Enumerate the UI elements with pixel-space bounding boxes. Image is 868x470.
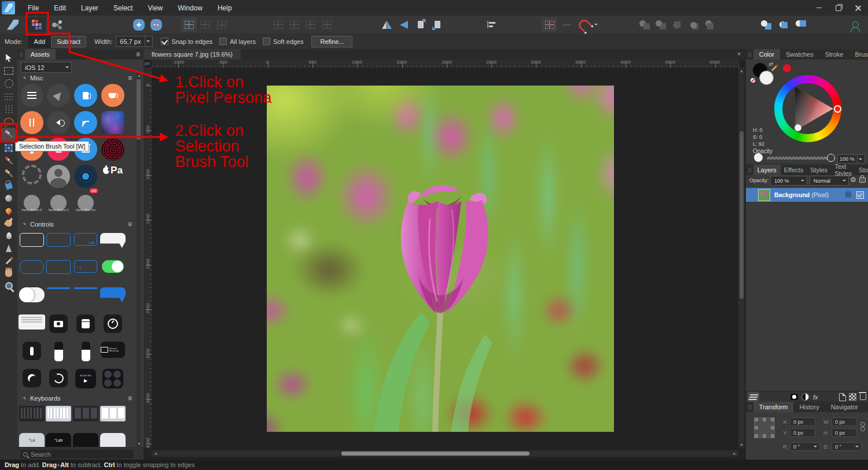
layer-visibility-checkbox[interactable] xyxy=(856,191,864,199)
asset-fuel-item[interactable] xyxy=(72,84,99,107)
anchor-point-selector[interactable] xyxy=(754,417,775,438)
link-dimensions-icon[interactable] xyxy=(860,422,865,431)
control-flashlight-asset[interactable] xyxy=(19,342,45,360)
fill-swatches[interactable]: ⇄ xyxy=(753,63,776,86)
smudge-tool[interactable] xyxy=(2,217,16,230)
numpad-light-asset[interactable] xyxy=(100,406,126,421)
view-tool[interactable] xyxy=(2,267,16,279)
control-timer-asset[interactable] xyxy=(100,314,126,333)
menu-select[interactable]: Select xyxy=(106,4,140,12)
export-persona-button[interactable] xyxy=(49,17,66,32)
blur-tool[interactable] xyxy=(2,192,16,205)
snap-to-edges-checkbox[interactable]: Snap to edges xyxy=(161,38,212,45)
section-controls[interactable]: Controls ≡ xyxy=(17,220,135,229)
lock-icon[interactable] xyxy=(859,177,866,183)
row-marquee-tool[interactable] xyxy=(2,90,16,103)
freehand-selection-tool[interactable] xyxy=(2,115,16,128)
edit-badge-button[interactable] xyxy=(148,17,164,32)
keyboard-light-asset[interactable] xyxy=(45,406,72,421)
asset-volume-item[interactable] xyxy=(45,111,72,134)
numpad-dark-asset[interactable] xyxy=(72,406,99,421)
pixel-grid-button[interactable] xyxy=(197,17,213,32)
canvas-horizontal-scrollbar[interactable]: ◄ ► xyxy=(152,450,738,457)
asset-device-item[interactable]: Name iPhone X xyxy=(45,191,72,215)
asset-applepay-item[interactable]: Pa xyxy=(100,165,126,176)
control-slider-asset[interactable] xyxy=(45,287,72,289)
new-layer-button[interactable] xyxy=(837,392,847,402)
control-volume-slider-asset[interactable] xyxy=(45,342,72,361)
w-field[interactable]: 0 px xyxy=(832,417,857,426)
rotation-combo[interactable]: 0 ° xyxy=(790,442,820,451)
canvas-vertical-scrollbar[interactable]: ▲ ▼ xyxy=(738,68,745,448)
asset-avatar-item[interactable] xyxy=(45,165,72,188)
flip-horizontal-button[interactable] xyxy=(379,17,395,32)
menu-layer[interactable]: Layer xyxy=(73,4,106,12)
arrange-back-button[interactable] xyxy=(758,17,774,32)
keyboard-dark-asset[interactable] xyxy=(19,406,45,421)
section-misc[interactable]: Misc ≡ xyxy=(17,73,135,83)
app-logo-icon[interactable] xyxy=(2,1,15,14)
zoom-tool[interactable] xyxy=(2,279,16,292)
burn-tool[interactable] xyxy=(2,205,16,217)
picked-color-swatch[interactable] xyxy=(783,64,791,72)
gear-icon[interactable]: ⚙ xyxy=(850,176,856,184)
popover-light-asset[interactable] xyxy=(100,432,126,447)
arrange-mid-button[interactable] xyxy=(775,17,792,32)
snapping-options-dropdown[interactable] xyxy=(593,17,600,32)
search-input[interactable]: Search xyxy=(20,450,134,458)
dodge-tool[interactable] xyxy=(2,230,16,242)
asset-fingerprint-item[interactable] xyxy=(100,138,126,161)
mask-layer-button[interactable] xyxy=(789,392,800,402)
tab-styles[interactable]: Styles xyxy=(807,165,831,175)
close-button[interactable] xyxy=(848,0,868,16)
opacity-value-combo[interactable]: 100 % xyxy=(837,154,865,164)
control-camera-asset[interactable] xyxy=(45,314,72,333)
tab-text-styles[interactable]: Text Styles xyxy=(831,165,855,175)
rotate-ccw-button[interactable] xyxy=(413,17,428,32)
tab-stroke[interactable]: Stroke xyxy=(819,49,849,60)
control-music-widget-asset[interactable]: B.U.B. Mix▶ xyxy=(72,369,99,388)
snapping-grid-button[interactable] xyxy=(542,17,557,32)
control-calculator-asset[interactable] xyxy=(72,314,99,333)
section-menu-icon[interactable]: ≡ xyxy=(128,74,132,82)
control-brightness-slider-asset[interactable] xyxy=(72,342,99,361)
document-viewport[interactable] xyxy=(152,68,738,448)
control-button-asset[interactable] xyxy=(19,233,45,247)
sharpen-tool[interactable] xyxy=(2,242,16,254)
tab-brushes[interactable]: Brushes xyxy=(849,49,868,60)
x-field[interactable]: 0 px xyxy=(790,417,815,426)
asset-restaurant-item[interactable] xyxy=(19,111,45,134)
menu-file[interactable]: File xyxy=(20,4,46,12)
layer-effects-button[interactable]: fx xyxy=(810,392,821,402)
menu-help[interactable]: Help xyxy=(210,4,240,12)
restore-button[interactable] xyxy=(829,0,848,16)
tab-stock[interactable]: Stock xyxy=(855,165,868,175)
rectangular-marquee-tool[interactable] xyxy=(2,64,16,77)
tab-transform[interactable]: Transform xyxy=(753,402,794,412)
h-field[interactable]: 0 px xyxy=(832,428,857,437)
asset-coffee-item[interactable] xyxy=(100,84,126,107)
adjustment-layer-button[interactable] xyxy=(800,392,810,402)
selection-brush-tool[interactable] xyxy=(2,128,16,140)
blend-mode-combo[interactable]: Normal xyxy=(810,176,849,186)
scroll-up-icon[interactable]: ▲ xyxy=(740,69,744,73)
alignment-button[interactable] xyxy=(483,17,499,32)
menu-view[interactable]: View xyxy=(140,4,170,12)
document-tab[interactable]: flowers square 7.jpg (19.6%) xyxy=(144,49,241,60)
layers-stack-button[interactable] xyxy=(748,392,759,402)
asset-reply-item[interactable] xyxy=(72,111,99,134)
shear-combo[interactable]: 0 ° xyxy=(832,442,862,451)
control-toggle-off-asset[interactable] xyxy=(19,287,45,302)
show-grid-button[interactable] xyxy=(181,17,197,32)
soft-edges-checkbox[interactable]: Soft edges xyxy=(263,38,304,45)
all-layers-checkbox[interactable]: All layers xyxy=(219,38,256,45)
delete-layer-button[interactable] xyxy=(858,392,868,402)
minimize-button[interactable] xyxy=(809,0,829,16)
tab-close-icon[interactable]: × xyxy=(737,51,741,57)
asset-radio-item[interactable] xyxy=(72,165,99,188)
rotate-cw-button[interactable] xyxy=(429,17,445,32)
flip-vertical-button[interactable] xyxy=(396,17,411,32)
control-toggle-on-asset[interactable] xyxy=(100,260,126,273)
move-tool[interactable] xyxy=(2,51,16,64)
elliptical-marquee-tool[interactable] xyxy=(2,77,16,90)
